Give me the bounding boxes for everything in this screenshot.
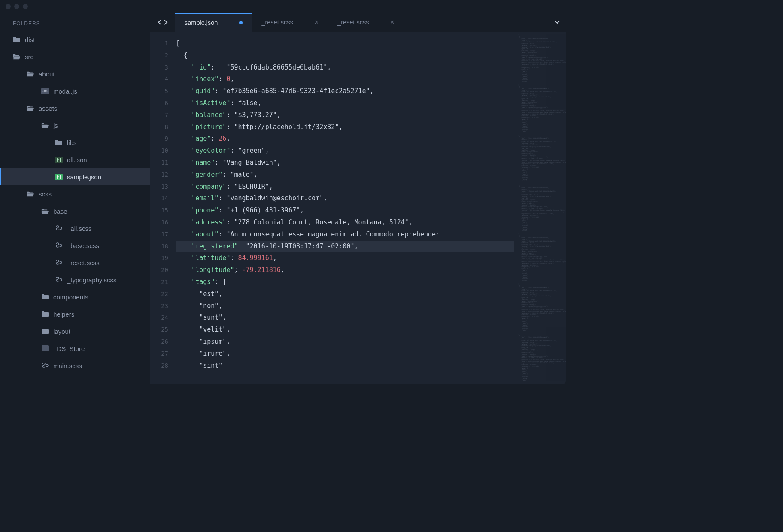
close-tab-icon[interactable]: × — [315, 18, 319, 26]
tree-item--all-scss[interactable]: _all.scss — [0, 220, 150, 237]
close-window-icon[interactable] — [6, 4, 11, 9]
tree-item--reset-scss[interactable]: _reset.scss — [0, 254, 150, 271]
tree-item-label: all.json — [67, 156, 87, 163]
tree-item-assets[interactable]: assets — [0, 100, 150, 117]
code-line[interactable]: "ipsum", — [176, 336, 514, 348]
minimize-window-icon[interactable] — [14, 4, 19, 9]
code-line[interactable]: "age": 26, — [176, 133, 514, 145]
line-number: 20 — [150, 264, 168, 276]
scss-file-icon — [55, 276, 63, 284]
close-tab-icon[interactable]: × — [390, 18, 394, 26]
line-number: 9 — [150, 133, 168, 145]
code-line[interactable]: "_id": "59cccf6dabc86655de0bab61", — [176, 62, 514, 74]
tab-overflow-menu[interactable] — [549, 13, 566, 32]
folder-icon — [41, 310, 49, 318]
line-number: 3 — [150, 62, 168, 74]
tree-item--ds-store[interactable]: _DS_Store — [0, 340, 150, 357]
tree-item-layout[interactable]: layout — [0, 323, 150, 340]
tree-item-main-scss[interactable]: main.scss — [0, 357, 150, 374]
line-number: 26 — [150, 336, 168, 348]
tree-item-all-json[interactable]: {·}all.json — [0, 151, 150, 168]
code-area[interactable]: [ { "_id": "59cccf6dabc86655de0bab61", "… — [176, 32, 514, 384]
code-line[interactable]: "email": "vangbaldwin@eschoir.com", — [176, 193, 514, 205]
tree-item--typography-scss[interactable]: _typography.scss — [0, 271, 150, 288]
window-titlebar — [0, 0, 566, 13]
code-line[interactable]: "registered": "2016-10-19T08:17:47 -02:0… — [176, 241, 514, 253]
tree-item-sample-json[interactable]: {·}sample.json — [0, 168, 150, 185]
minimap[interactable]: [ { "_id": "59cccf6dabc86655de0bab61", "… — [514, 32, 566, 384]
line-number: 12 — [150, 169, 168, 181]
scss-file-icon — [55, 259, 63, 266]
tree-item-label: base — [53, 208, 67, 215]
tree-item-helpers[interactable]: helpers — [0, 305, 150, 323]
tab--reset-scss-2[interactable]: _reset.scss× — [328, 13, 404, 32]
tab--reset-scss-1[interactable]: _reset.scss× — [252, 13, 328, 32]
code-line[interactable]: "velit", — [176, 324, 514, 336]
tree-item-label: dist — [25, 36, 35, 43]
folder-open-icon — [41, 207, 49, 215]
tree-item-base[interactable]: base — [0, 203, 150, 220]
tree-item-dist[interactable]: dist — [0, 31, 150, 48]
tree-item-label: _typography.scss — [67, 276, 117, 284]
code-line[interactable]: "sint" — [176, 360, 514, 372]
tab-sample-json-0[interactable]: sample.json — [175, 13, 252, 32]
tree-item-scss[interactable]: scss — [0, 185, 150, 203]
tree-item-label: sample.json — [67, 173, 101, 181]
code-line[interactable]: { — [176, 50, 514, 62]
line-number: 5 — [150, 85, 168, 97]
code-line[interactable]: "picture": "http://placehold.it/32x32", — [176, 121, 514, 133]
code-line[interactable]: "sunt", — [176, 312, 514, 324]
tree-item-about[interactable]: about — [0, 65, 150, 82]
code-line[interactable]: "longitude"; -79.211816, — [176, 264, 514, 276]
line-number: 7 — [150, 109, 168, 121]
tree-item-label: _all.scss — [67, 225, 92, 232]
code-line[interactable]: "company": "ESCHOIR", — [176, 181, 514, 193]
line-number: 23 — [150, 300, 168, 312]
code-line[interactable]: [ — [176, 38, 514, 50]
code-line[interactable]: "est", — [176, 288, 514, 300]
tree-item-js[interactable]: js — [0, 117, 150, 134]
code-line[interactable]: "about": "Anim consequat esse magna enim… — [176, 229, 514, 241]
maximize-window-icon[interactable] — [23, 4, 28, 9]
tree-item-label: main.scss — [53, 362, 82, 369]
code-line[interactable]: "gender": "male", — [176, 169, 514, 181]
code-line[interactable]: "eyeColor": "green", — [176, 145, 514, 157]
folder-icon — [55, 139, 63, 146]
editor-body[interactable]: 1234567891011121314151617181920212223242… — [150, 32, 566, 384]
tree-item-components[interactable]: components — [0, 288, 150, 305]
code-line[interactable]: "tags": [ — [176, 276, 514, 288]
chevron-left-icon — [158, 20, 162, 25]
scss-file-icon — [41, 362, 49, 369]
tree-item-label: modal.js — [53, 88, 77, 95]
line-number: 10 — [150, 145, 168, 157]
code-line[interactable]: "balance": "$3,773.27", — [176, 109, 514, 121]
tree-item-libs[interactable]: libs — [0, 134, 150, 151]
line-number: 21 — [150, 276, 168, 288]
system-file-icon — [41, 345, 49, 352]
tree-item-modal-js[interactable]: JSmodal.js — [0, 82, 150, 100]
line-number: 15 — [150, 205, 168, 217]
line-number: 8 — [150, 121, 168, 133]
code-line[interactable]: "isActive": false, — [176, 97, 514, 109]
code-line[interactable]: "guid": "ef7b35e6-a685-47d6-9323-4f1ec2a… — [176, 85, 514, 97]
code-line[interactable]: "name": "Vang Baldwin", — [176, 157, 514, 169]
tree-item-label: scss — [39, 190, 52, 198]
line-number: 18 — [150, 241, 168, 253]
line-number: 27 — [150, 348, 168, 360]
line-gutter: 1234567891011121314151617181920212223242… — [150, 32, 176, 384]
code-line[interactable]: "index": 0, — [176, 73, 514, 85]
tree-item--base-scss[interactable]: _base.scss — [0, 237, 150, 254]
line-number: 17 — [150, 229, 168, 241]
tree-item-label: layout — [53, 328, 70, 335]
code-line[interactable]: "phone": "+1 (966) 431-3967", — [176, 205, 514, 217]
tree-item-label: assets — [39, 105, 57, 112]
code-line[interactable]: "irure", — [176, 348, 514, 360]
code-line[interactable]: "latitude": 84.999161, — [176, 252, 514, 264]
code-line[interactable]: "address": "278 Colonial Court, Rosedale… — [176, 217, 514, 229]
line-number: 24 — [150, 312, 168, 324]
tree-item-src[interactable]: src — [0, 48, 150, 65]
line-number: 6 — [150, 97, 168, 109]
tab-nav-arrows[interactable] — [150, 13, 175, 32]
code-line[interactable]: "non", — [176, 300, 514, 312]
line-number: 28 — [150, 360, 168, 372]
